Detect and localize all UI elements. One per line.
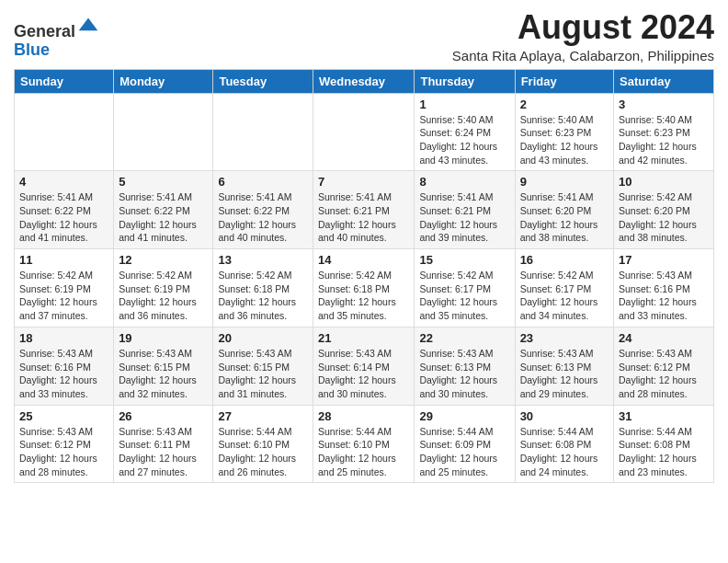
calendar-cell: 15Sunrise: 5:42 AM Sunset: 6:17 PM Dayli… — [415, 249, 515, 327]
day-info: Sunrise: 5:41 AM Sunset: 6:22 PM Dayligh… — [19, 190, 108, 245]
day-info: Sunrise: 5:42 AM Sunset: 6:19 PM Dayligh… — [119, 269, 208, 323]
calendar-cell: 19Sunrise: 5:43 AM Sunset: 6:15 PM Dayli… — [114, 327, 213, 405]
day-number: 4 — [19, 175, 108, 189]
day-number: 30 — [520, 409, 609, 423]
calendar-cell: 24Sunrise: 5:43 AM Sunset: 6:12 PM Dayli… — [614, 327, 714, 405]
day-info: Sunrise: 5:44 AM Sunset: 6:08 PM Dayligh… — [520, 425, 609, 479]
calendar-cell — [313, 93, 415, 171]
week-row-4: 18Sunrise: 5:43 AM Sunset: 6:16 PM Dayli… — [15, 327, 714, 405]
calendar-cell: 26Sunrise: 5:43 AM Sunset: 6:11 PM Dayli… — [114, 405, 213, 483]
day-info: Sunrise: 5:43 AM Sunset: 6:12 PM Dayligh… — [19, 425, 108, 479]
day-number: 14 — [318, 253, 409, 267]
header-saturday: Saturday — [614, 69, 714, 93]
calendar-cell: 21Sunrise: 5:43 AM Sunset: 6:14 PM Dayli… — [313, 327, 415, 405]
calendar-cell: 23Sunrise: 5:43 AM Sunset: 6:13 PM Dayli… — [515, 327, 613, 405]
day-info: Sunrise: 5:41 AM Sunset: 6:22 PM Dayligh… — [119, 190, 208, 245]
day-number: 20 — [218, 331, 308, 345]
day-info: Sunrise: 5:40 AM Sunset: 6:23 PM Dayligh… — [619, 113, 709, 167]
location: Santa Rita Aplaya, Calabarzon, Philippin… — [452, 48, 714, 63]
day-number: 6 — [218, 175, 308, 189]
calendar-cell: 16Sunrise: 5:42 AM Sunset: 6:17 PM Dayli… — [515, 249, 613, 327]
day-info: Sunrise: 5:44 AM Sunset: 6:10 PM Dayligh… — [318, 425, 409, 479]
day-number: 10 — [619, 175, 709, 189]
day-info: Sunrise: 5:42 AM Sunset: 6:18 PM Dayligh… — [218, 269, 308, 323]
day-info: Sunrise: 5:40 AM Sunset: 6:24 PM Dayligh… — [419, 113, 509, 167]
calendar-cell — [213, 93, 313, 171]
day-number: 11 — [19, 253, 108, 267]
day-info: Sunrise: 5:42 AM Sunset: 6:17 PM Dayligh… — [520, 269, 609, 323]
calendar-cell: 20Sunrise: 5:43 AM Sunset: 6:15 PM Dayli… — [213, 327, 313, 405]
day-info: Sunrise: 5:41 AM Sunset: 6:21 PM Dayligh… — [318, 190, 409, 245]
calendar-cell — [15, 93, 114, 171]
day-number: 26 — [119, 409, 208, 423]
day-number: 24 — [619, 331, 709, 345]
day-info: Sunrise: 5:44 AM Sunset: 6:10 PM Dayligh… — [218, 425, 308, 479]
day-info: Sunrise: 5:43 AM Sunset: 6:15 PM Dayligh… — [218, 347, 308, 401]
calendar-cell: 2Sunrise: 5:40 AM Sunset: 6:23 PM Daylig… — [515, 93, 613, 171]
day-number: 15 — [419, 253, 509, 267]
calendar-cell: 22Sunrise: 5:43 AM Sunset: 6:13 PM Dayli… — [415, 327, 515, 405]
day-number: 1 — [419, 98, 509, 111]
day-number: 7 — [318, 175, 409, 189]
day-info: Sunrise: 5:43 AM Sunset: 6:16 PM Dayligh… — [619, 269, 709, 323]
logo-icon — [77, 15, 99, 37]
logo-text: General Blue — [14, 15, 99, 60]
calendar-cell: 28Sunrise: 5:44 AM Sunset: 6:10 PM Dayli… — [313, 405, 415, 483]
day-number: 2 — [520, 98, 609, 111]
day-number: 22 — [419, 331, 509, 345]
day-number: 13 — [218, 253, 308, 267]
day-number: 19 — [119, 331, 208, 345]
day-info: Sunrise: 5:41 AM Sunset: 6:20 PM Dayligh… — [520, 190, 609, 245]
day-number: 3 — [619, 98, 709, 111]
calendar-cell: 3Sunrise: 5:40 AM Sunset: 6:23 PM Daylig… — [614, 93, 714, 171]
day-info: Sunrise: 5:44 AM Sunset: 6:09 PM Dayligh… — [419, 425, 509, 479]
day-info: Sunrise: 5:42 AM Sunset: 6:20 PM Dayligh… — [619, 190, 709, 245]
page-header: General Blue August 2024 Santa Rita Apla… — [14, 9, 714, 63]
title-block: August 2024 Santa Rita Aplaya, Calabarzo… — [452, 9, 714, 63]
day-number: 28 — [318, 409, 409, 423]
logo-general: General — [14, 22, 75, 40]
calendar-cell: 9Sunrise: 5:41 AM Sunset: 6:20 PM Daylig… — [515, 171, 613, 249]
day-info: Sunrise: 5:43 AM Sunset: 6:11 PM Dayligh… — [119, 425, 208, 479]
calendar-cell: 13Sunrise: 5:42 AM Sunset: 6:18 PM Dayli… — [213, 249, 313, 327]
calendar-cell: 1Sunrise: 5:40 AM Sunset: 6:24 PM Daylig… — [415, 93, 515, 171]
day-number: 8 — [419, 175, 509, 189]
week-row-3: 11Sunrise: 5:42 AM Sunset: 6:19 PM Dayli… — [15, 249, 714, 327]
day-info: Sunrise: 5:44 AM Sunset: 6:08 PM Dayligh… — [619, 425, 709, 479]
day-info: Sunrise: 5:40 AM Sunset: 6:23 PM Dayligh… — [520, 113, 609, 167]
week-row-5: 25Sunrise: 5:43 AM Sunset: 6:12 PM Dayli… — [15, 405, 714, 483]
calendar-cell: 25Sunrise: 5:43 AM Sunset: 6:12 PM Dayli… — [15, 405, 114, 483]
calendar-cell: 12Sunrise: 5:42 AM Sunset: 6:19 PM Dayli… — [114, 249, 213, 327]
day-number: 16 — [520, 253, 609, 267]
logo-blue: Blue — [14, 40, 50, 59]
day-info: Sunrise: 5:42 AM Sunset: 6:19 PM Dayligh… — [19, 269, 108, 323]
header-sunday: Sunday — [15, 69, 114, 93]
calendar-header-row: SundayMondayTuesdayWednesdayThursdayFrid… — [15, 69, 714, 93]
day-number: 9 — [520, 175, 609, 189]
day-info: Sunrise: 5:41 AM Sunset: 6:21 PM Dayligh… — [419, 190, 509, 245]
day-number: 27 — [218, 409, 308, 423]
header-friday: Friday — [515, 69, 613, 93]
day-number: 25 — [19, 409, 108, 423]
day-number: 23 — [520, 331, 609, 345]
day-info: Sunrise: 5:42 AM Sunset: 6:18 PM Dayligh… — [318, 269, 409, 323]
calendar-cell: 18Sunrise: 5:43 AM Sunset: 6:16 PM Dayli… — [15, 327, 114, 405]
header-monday: Monday — [114, 69, 213, 93]
day-info: Sunrise: 5:43 AM Sunset: 6:15 PM Dayligh… — [119, 347, 208, 401]
header-wednesday: Wednesday — [313, 69, 415, 93]
header-tuesday: Tuesday — [213, 69, 313, 93]
day-number: 31 — [619, 409, 709, 423]
day-number: 29 — [419, 409, 509, 423]
day-info: Sunrise: 5:43 AM Sunset: 6:13 PM Dayligh… — [520, 347, 609, 401]
calendar-cell: 27Sunrise: 5:44 AM Sunset: 6:10 PM Dayli… — [213, 405, 313, 483]
day-number: 17 — [619, 253, 709, 267]
svg-marker-0 — [79, 17, 98, 30]
week-row-2: 4Sunrise: 5:41 AM Sunset: 6:22 PM Daylig… — [15, 171, 714, 249]
calendar-cell: 30Sunrise: 5:44 AM Sunset: 6:08 PM Dayli… — [515, 405, 613, 483]
calendar-cell: 11Sunrise: 5:42 AM Sunset: 6:19 PM Dayli… — [15, 249, 114, 327]
day-info: Sunrise: 5:43 AM Sunset: 6:12 PM Dayligh… — [619, 347, 709, 401]
calendar-cell: 31Sunrise: 5:44 AM Sunset: 6:08 PM Dayli… — [614, 405, 714, 483]
header-thursday: Thursday — [415, 69, 515, 93]
day-number: 5 — [119, 175, 208, 189]
calendar-cell: 8Sunrise: 5:41 AM Sunset: 6:21 PM Daylig… — [415, 171, 515, 249]
